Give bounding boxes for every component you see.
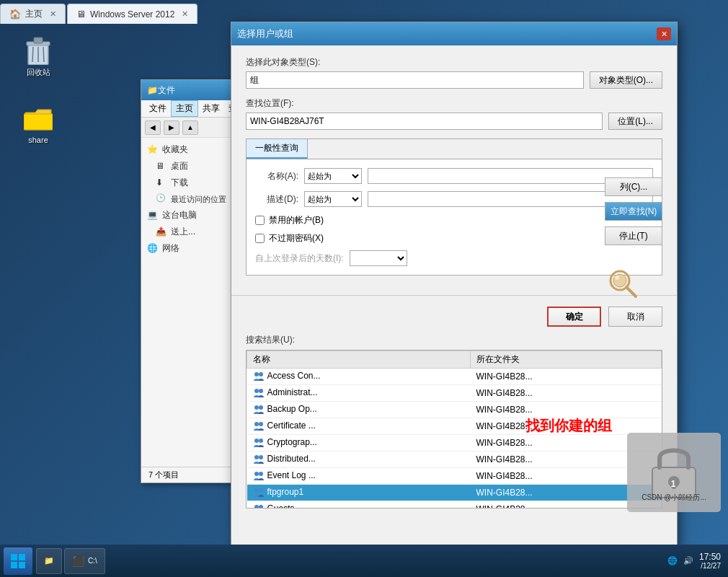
- row-name-cell: Distributed...: [247, 452, 471, 468]
- menu-file[interactable]: 文件: [145, 101, 171, 116]
- recent-icon: 🕒: [156, 193, 167, 205]
- confirm-button[interactable]: 确定: [547, 307, 601, 327]
- cancel-button[interactable]: 取消: [608, 307, 662, 327]
- search-icon-area: [605, 265, 641, 301]
- row-name-cell: Administrat...: [247, 385, 471, 402]
- sidebar-desktop[interactable]: 🖥 桌面: [141, 158, 234, 175]
- object-type-button[interactable]: 对象类型(O)...: [590, 71, 662, 89]
- close-btn[interactable]: ✕: [657, 27, 671, 40]
- date-display: /12/27: [699, 562, 721, 570]
- location-input[interactable]: [246, 113, 603, 130]
- disabled-account-checkbox[interactable]: [255, 216, 265, 225]
- object-type-input-row: 对象类型(O)...: [246, 71, 662, 89]
- svg-point-21: [259, 455, 263, 459]
- tab-home[interactable]: 🏠 主页 ✕: [0, 4, 66, 24]
- browser-tabs-bar: 🏠 主页 ✕ 🖥 Windows Server 2012 ✕: [0, 0, 288, 24]
- name-query-select[interactable]: 起始为: [304, 168, 362, 184]
- svg-point-10: [254, 372, 259, 376]
- network-icon: 🌐: [147, 243, 159, 255]
- days-label: 自上次登录后的天数(I):: [255, 252, 344, 265]
- tab-server[interactable]: 🖥 Windows Server 2012 ✕: [67, 4, 197, 24]
- table-row[interactable]: Event Log ...WIN-GI4B28...: [247, 468, 662, 485]
- svg-point-26: [254, 505, 259, 508]
- network-tray-icon: 🌐: [667, 556, 678, 565]
- desktop: 🏠 主页 ✕ 🖥 Windows Server 2012 ✕ 回收站: [0, 0, 728, 545]
- group-icon: [253, 470, 265, 480]
- tab-content: 名称(A): 起始为 描述(D): 起始为: [247, 159, 662, 275]
- results-header: 名称 所在文件夹: [247, 351, 662, 369]
- name-query-label: 名称(A):: [255, 170, 298, 182]
- table-row[interactable]: GuestsWIN-GI4B28...: [247, 501, 662, 509]
- taskbar-right: 🌐 🔊 17:50 /12/27: [667, 552, 724, 570]
- svg-point-25: [259, 488, 263, 493]
- up-btn[interactable]: ▲: [182, 120, 198, 135]
- share-folder-icon[interactable]: share: [13, 105, 63, 144]
- general-query-tab[interactable]: 一般性查询: [247, 139, 308, 159]
- row-name-cell: Cryptograp...: [247, 435, 471, 452]
- back-btn[interactable]: ◀: [145, 120, 161, 135]
- start-button[interactable]: [4, 547, 32, 575]
- search-now-button[interactable]: 立即查找(N): [605, 202, 662, 221]
- object-type-label: 选择此对象类型(S):: [246, 56, 662, 69]
- sidebar-recent[interactable]: 🕒 最近访问的位置: [141, 191, 234, 207]
- recycle-bin-image: [24, 36, 53, 65]
- desktop-icon-s: 🖥: [156, 161, 167, 172]
- item-count: 7 个项目: [148, 470, 179, 480]
- taskbar-cmd-icon: ⬛: [72, 555, 84, 567]
- sidebar-send-to[interactable]: 📤 送上...: [141, 224, 234, 240]
- computer-icon: 💻: [147, 210, 159, 221]
- days-select[interactable]: [350, 250, 407, 266]
- object-type-input[interactable]: [246, 71, 584, 89]
- tab-home-close[interactable]: ✕: [50, 9, 56, 19]
- taskbar-explorer[interactable]: 📁: [36, 548, 62, 574]
- object-type-row: 选择此对象类型(S): 对象类型(O)...: [246, 56, 662, 89]
- row-name-cell: Backup Op...: [247, 402, 471, 418]
- sidebar-downloads[interactable]: ⬇ 下载: [141, 175, 234, 191]
- row-name-cell: ftpgroup1: [247, 485, 471, 501]
- results-label: 搜索结果(U):: [246, 334, 662, 346]
- audio-tray-icon: 🔊: [683, 556, 693, 565]
- table-row[interactable]: Access Con...WIN-GI4B28...: [247, 369, 662, 385]
- clock: 17:50 /12/27: [699, 552, 721, 570]
- recycle-bin-icon[interactable]: 回收站: [13, 36, 63, 78]
- table-row[interactable]: Administrat...WIN-GI4B28...: [247, 385, 662, 402]
- lock-overlay: 1 CSDN @小郎经历...: [627, 433, 721, 512]
- sidebar-network[interactable]: 🌐 网络: [141, 240, 234, 257]
- select-user-group-dialog: 选择用户或组 ✕ 选择此对象类型(S): 对象类型(O)... 查找位置(F):…: [231, 22, 678, 548]
- share-folder-image: [24, 105, 53, 133]
- svg-point-19: [259, 439, 263, 443]
- group-icon: [253, 387, 265, 397]
- table-row[interactable]: Cryptograp...WIN-GI4B28...: [247, 435, 662, 452]
- tab-server-close[interactable]: ✕: [182, 9, 188, 19]
- row-folder-cell: WIN-GI4B28...: [471, 369, 662, 385]
- taskbar-cmd[interactable]: ⬛ C:\: [64, 548, 105, 574]
- svg-rect-2: [34, 38, 43, 43]
- desc-query-row: 描述(D): 起始为: [255, 191, 653, 207]
- svg-point-18: [254, 439, 259, 443]
- columns-button[interactable]: 列(C)...: [605, 177, 662, 196]
- magnifier-icon: [607, 268, 639, 300]
- table-row[interactable]: Distributed...WIN-GI4B28...: [247, 452, 662, 468]
- location-row: 查找位置(F): 位置(L)...: [246, 97, 662, 130]
- row-name-cell: Event Log ...: [247, 468, 471, 485]
- menu-share[interactable]: 共享: [198, 101, 224, 116]
- col-name: 名称: [247, 351, 471, 369]
- forward-btn[interactable]: ▶: [164, 120, 179, 135]
- sidebar-computer[interactable]: 💻 这台电脑: [141, 207, 234, 224]
- sidebar-favorites[interactable]: ⭐ 收藏夹: [141, 141, 234, 158]
- location-button[interactable]: 位置(L)...: [608, 113, 662, 130]
- no-expire-checkbox[interactable]: [255, 234, 265, 243]
- no-expire-label: 不过期密码(X): [269, 232, 324, 245]
- svg-text:1: 1: [671, 479, 676, 489]
- svg-point-15: [259, 405, 263, 410]
- row-name-cell: Guests: [247, 501, 471, 509]
- desc-query-select[interactable]: 起始为: [304, 191, 362, 207]
- annotation-text: 找到你建的组: [525, 416, 612, 436]
- menu-home[interactable]: 主页: [171, 100, 198, 117]
- desc-query-label: 描述(D):: [255, 193, 298, 206]
- table-row[interactable]: ftpgroup1WIN-GI4B28...: [247, 485, 662, 501]
- explorer-title: 文件: [158, 84, 175, 97]
- share-folder-label: share: [28, 136, 48, 144]
- stop-button[interactable]: 停止(T): [605, 226, 662, 245]
- taskbar-explorer-icon: 📁: [44, 556, 54, 565]
